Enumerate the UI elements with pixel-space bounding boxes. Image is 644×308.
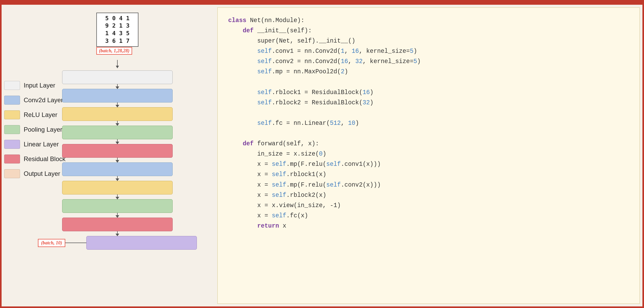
legend-box-input — [4, 81, 20, 90]
main-content: Input Layer Conv2d Layer ReLU Layer Pool… — [2, 5, 642, 306]
conn-4 — [117, 158, 118, 162]
top-bar — [0, 0, 644, 5]
conn-8 — [117, 231, 118, 236]
layer-residual2 — [62, 218, 173, 231]
layer-pool2 — [62, 199, 173, 213]
batch-label-bottom-container: (batch, 10) — [38, 239, 86, 247]
layer-linear — [86, 236, 197, 250]
layer-pool1 — [62, 126, 173, 139]
top-connector-svg — [62, 60, 173, 70]
linear-row: (batch, 10) — [38, 236, 197, 250]
legend-box-output — [4, 169, 20, 178]
layer-conv1 — [62, 89, 173, 102]
batch-label-top: (batch, 1,28,28) — [96, 47, 132, 55]
layer-input — [62, 70, 173, 84]
right-panel: class Net(nn.Module): def __init__(self)… — [217, 7, 640, 304]
legend-box-linear — [4, 140, 20, 149]
mnist-image: 5 0 4 19 2 1 31 4 3 53 6 1 7 — [96, 13, 138, 47]
conn-3 — [117, 139, 118, 144]
svg-marker-1 — [116, 66, 119, 68]
mnist-digits: 5 0 4 19 2 1 31 4 3 53 6 1 7 — [105, 15, 130, 45]
conn-1 — [117, 102, 118, 107]
conn-0 — [117, 84, 118, 89]
conn-2 — [117, 121, 118, 126]
conn-6 — [117, 194, 118, 199]
left-panel: Input Layer Conv2d Layer ReLU Layer Pool… — [2, 5, 217, 306]
legend-box-pool — [4, 125, 20, 134]
layer-residual1 — [62, 144, 173, 158]
diagram-area: 5 0 4 19 2 1 31 4 3 53 6 1 7 (batch, 1,2… — [23, 13, 212, 301]
layer-conv2 — [62, 162, 173, 176]
code-block: class Net(nn.Module): def __init__(self)… — [228, 16, 629, 231]
batch-label-bottom: (batch, 10) — [38, 239, 65, 247]
layer-relu2 — [62, 181, 173, 194]
layer-relu1 — [62, 107, 173, 121]
batch-line — [65, 243, 86, 243]
legend-box-residual — [4, 155, 20, 163]
conn-5 — [117, 176, 118, 181]
conn-7 — [117, 213, 118, 218]
legend-box-relu — [4, 110, 20, 119]
legend-box-conv — [4, 96, 20, 105]
